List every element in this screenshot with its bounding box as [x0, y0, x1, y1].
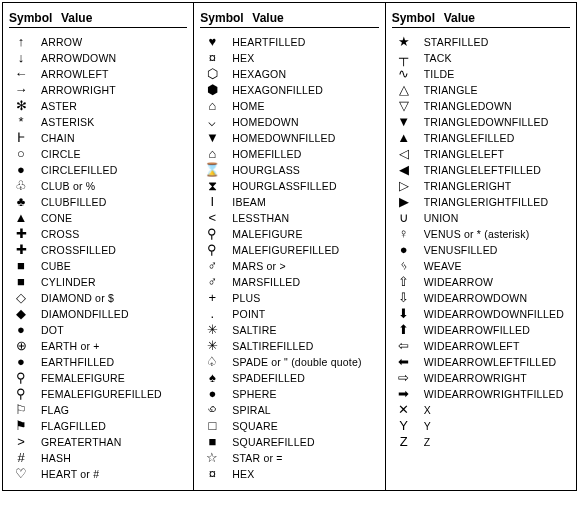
symbol-value: HOMEDOWN	[224, 114, 378, 130]
symbol-value: MALEFIGUREFILLED	[224, 242, 378, 258]
table-row: ZZ	[392, 434, 570, 450]
symbol-icon: ꩜	[200, 402, 224, 418]
symbol-value: ARROWDOWN	[33, 50, 187, 66]
table-row: ⌛HOURGLASS	[200, 162, 378, 178]
symbol-value: HOME	[224, 98, 378, 114]
symbol-value: WIDEARROWRIGHT	[416, 370, 570, 386]
symbol-value: TRIANGLE	[416, 82, 570, 98]
symbol-icon: ⇧	[392, 274, 416, 290]
table-row: ▲CONE	[9, 210, 187, 226]
table-row: ⚲MALEFIGURE	[200, 226, 378, 242]
symbol-value: FLAGFILLED	[33, 418, 187, 434]
symbol-icon: ●	[392, 242, 416, 258]
symbol-icon: ■	[9, 274, 33, 290]
table-row: ⇨WIDEARROWRIGHT	[392, 370, 570, 386]
header-value: Value	[252, 11, 378, 25]
table-row: ✚CROSSFILLED	[9, 242, 187, 258]
symbol-value: Z	[416, 434, 570, 450]
symbol-value: MALEFIGURE	[224, 226, 378, 242]
table-row: →ARROWRIGHT	[9, 82, 187, 98]
symbol-value: WIDEARROWFILLED	[416, 322, 570, 338]
symbol-icon: ➡	[392, 386, 416, 402]
symbol-value: VENUSFILLED	[416, 242, 570, 258]
table-row: ☆STAR or =	[200, 450, 378, 466]
symbol-icon: →	[9, 82, 33, 98]
symbol-icon: ⌂	[200, 98, 224, 114]
table-row: ■CUBE	[9, 258, 187, 274]
symbol-value: HEARTFILLED	[224, 34, 378, 50]
symbol-icon: ∿	[392, 66, 416, 82]
table-row: ✳SALTIRE	[200, 322, 378, 338]
symbol-icon: ⌵	[200, 114, 224, 130]
symbol-icon: <	[200, 210, 224, 226]
table-row: ⚲FEMALEFIGUREFILLED	[9, 386, 187, 402]
symbol-icon: ★	[392, 34, 416, 50]
table-row: #HASH	[9, 450, 187, 466]
symbol-value: TRIANGLERIGHT	[416, 178, 570, 194]
table-row: ♣CLUBFILLED	[9, 194, 187, 210]
symbol-value: DOT	[33, 322, 187, 338]
symbol-icon: Ⱶ	[9, 130, 33, 146]
symbol-value: STARFILLED	[416, 34, 570, 50]
symbol-icon: ⬇	[392, 306, 416, 322]
table-row: ▶TRIANGLERIGHTFILLED	[392, 194, 570, 210]
table-row: ⇦WIDEARROWLEFT	[392, 338, 570, 354]
symbol-icon: Z	[392, 434, 416, 450]
table-row: ◁TRIANGLELEFT	[392, 146, 570, 162]
symbol-icon: ◇	[9, 290, 33, 306]
symbol-icon: ▼	[200, 130, 224, 146]
symbol-value: HASH	[33, 450, 187, 466]
column-header: Symbol Value	[200, 7, 378, 28]
symbol-icon: ▲	[9, 210, 33, 226]
table-row: .POINT	[200, 306, 378, 322]
symbol-icon: ▲	[392, 130, 416, 146]
symbol-value: WIDEARROWLEFTFILLED	[416, 354, 570, 370]
symbol-value: MARSFILLED	[224, 274, 378, 290]
symbol-icon: ⬅	[392, 354, 416, 370]
table-row: ●SPHERE	[200, 386, 378, 402]
symbol-value: MARS or >	[224, 258, 378, 274]
symbol-icon: ↑	[9, 34, 33, 50]
symbol-icon: ◀	[392, 162, 416, 178]
symbol-value: CYLINDER	[33, 274, 187, 290]
symbol-icon: +	[200, 290, 224, 306]
table-row: ●DOT	[9, 322, 187, 338]
table-row: ●VENUSFILLED	[392, 242, 570, 258]
symbol-value: HOMEFILLED	[224, 146, 378, 162]
table-row: IIBEAM	[200, 194, 378, 210]
table-row: ⚲MALEFIGUREFILLED	[200, 242, 378, 258]
symbol-icon: ⇩	[392, 290, 416, 306]
symbol-value: UNION	[416, 210, 570, 226]
table-row: ★STARFILLED	[392, 34, 570, 50]
symbol-value: SALTIREFILLED	[224, 338, 378, 354]
table-row: >GREATERTHAN	[9, 434, 187, 450]
table-row: ♤SPADE or " (double quote)	[200, 354, 378, 370]
symbol-value: GREATERTHAN	[33, 434, 187, 450]
table-row: ⧗HOURGLASSFILLED	[200, 178, 378, 194]
table-row: ⌵HOMEDOWN	[200, 114, 378, 130]
table-row: ᛃWEAVE	[392, 258, 570, 274]
table-row: ♥HEARTFILLED	[200, 34, 378, 50]
symbol-value: CHAIN	[33, 130, 187, 146]
symbol-icon: ♂	[200, 258, 224, 274]
column-2-rows: ♥HEARTFILLED¤HEX⬡HEXAGON⬢HEXAGONFILLED⌂H…	[200, 34, 378, 482]
symbol-icon: ¤	[200, 50, 224, 66]
symbol-value: SPHERE	[224, 386, 378, 402]
symbol-icon: ●	[9, 354, 33, 370]
symbol-value: Y	[416, 418, 570, 434]
symbol-value: TILDE	[416, 66, 570, 82]
symbol-icon: ◁	[392, 146, 416, 162]
symbol-value: HOURGLASS	[224, 162, 378, 178]
symbol-value: SQUAREFILLED	[224, 434, 378, 450]
symbol-icon: ✳	[200, 338, 224, 354]
column-header: Symbol Value	[9, 7, 187, 28]
symbol-value: HEX	[224, 50, 378, 66]
symbol-icon: □	[200, 418, 224, 434]
symbol-value: DIAMOND or $	[33, 290, 187, 306]
table-row: ○CIRCLE	[9, 146, 187, 162]
symbol-icon: .	[200, 306, 224, 322]
symbol-icon: ✕	[392, 402, 416, 418]
symbol-value: WEAVE	[416, 258, 570, 274]
symbol-value: SPIRAL	[224, 402, 378, 418]
symbol-value: SPADE or " (double quote)	[224, 354, 378, 370]
